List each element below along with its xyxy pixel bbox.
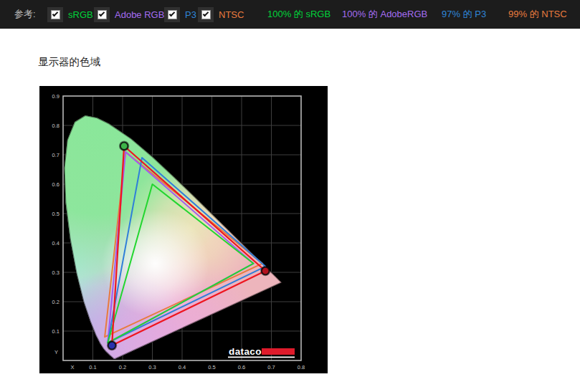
svg-text:0.3: 0.3 — [148, 364, 156, 371]
adobergb-checkbox-label[interactable]: Adobe RGB — [115, 9, 164, 20]
svg-text:0.4: 0.4 — [179, 364, 186, 371]
check-icon — [169, 10, 175, 16]
datacolor-logo-redbar — [262, 348, 295, 355]
svg-text:0.6: 0.6 — [238, 364, 245, 371]
svg-text:0.9: 0.9 — [52, 93, 60, 100]
svg-text:0.4: 0.4 — [52, 240, 60, 247]
gamut-chart: 0.10.20.30.40.50.60.70.80.9YX0.10.20.30.… — [39, 86, 328, 373]
check-icon — [99, 10, 105, 16]
primary-marker-blue — [108, 342, 116, 350]
toolbar-caption-wrap: 参考: — [14, 0, 36, 29]
adobergb-checkbox[interactable] — [94, 7, 110, 22]
coverage-p3: 97% 的 P3 — [442, 0, 486, 29]
coverage-ntsc: 99% 的 NTSC — [508, 0, 567, 29]
checkbox-group-p3: P3 — [164, 0, 196, 29]
app-window: 参考: sRGB Adobe RGB P3 NTSC 100% 的 sRGB 1… — [0, 0, 580, 392]
svg-text:0.2: 0.2 — [119, 364, 126, 371]
srgb-checkbox[interactable] — [47, 7, 63, 22]
reference-caption: 参考: — [14, 8, 36, 21]
check-icon — [52, 10, 58, 16]
check-icon — [203, 10, 209, 16]
checkbox-group-srgb: sRGB — [47, 0, 93, 29]
svg-text:0.8: 0.8 — [52, 123, 60, 129]
svg-text:X: X — [70, 364, 74, 371]
primary-marker-red — [262, 267, 270, 275]
cie-diagram: 0.10.20.30.40.50.60.70.80.9YX0.10.20.30.… — [39, 86, 328, 373]
svg-text:0.3: 0.3 — [52, 269, 60, 276]
svg-text:0.7: 0.7 — [267, 364, 275, 371]
svg-text:0.5: 0.5 — [52, 211, 60, 217]
reference-toolbar: 参考: sRGB Adobe RGB P3 NTSC 100% 的 sRGB 1… — [0, 0, 580, 29]
svg-text:0.8: 0.8 — [298, 364, 305, 371]
primary-marker-green — [120, 142, 128, 150]
coverage-srgb: 100% 的 sRGB — [267, 0, 331, 29]
page-title: 显示器的色域 — [38, 55, 100, 69]
svg-text:0.7: 0.7 — [52, 152, 60, 158]
svg-text:Y: Y — [54, 349, 58, 355]
ntsc-checkbox[interactable] — [198, 7, 214, 22]
svg-text:0.2: 0.2 — [52, 299, 60, 305]
svg-text:0.5: 0.5 — [208, 364, 215, 371]
checkbox-group-adobergb: Adobe RGB — [94, 0, 164, 29]
p3-checkbox[interactable] — [164, 7, 180, 22]
datacolor-logo-underline — [228, 357, 295, 358]
ntsc-checkbox-label[interactable]: NTSC — [219, 9, 244, 20]
checkbox-group-ntsc: NTSC — [198, 0, 244, 29]
srgb-checkbox-label[interactable]: sRGB — [68, 9, 93, 20]
svg-text:0.6: 0.6 — [52, 181, 60, 188]
svg-text:0.1: 0.1 — [52, 328, 60, 335]
coverage-adobergb: 100% 的 AdobeRGB — [342, 0, 427, 29]
svg-text:0.1: 0.1 — [89, 364, 96, 371]
p3-checkbox-label[interactable]: P3 — [185, 9, 196, 20]
